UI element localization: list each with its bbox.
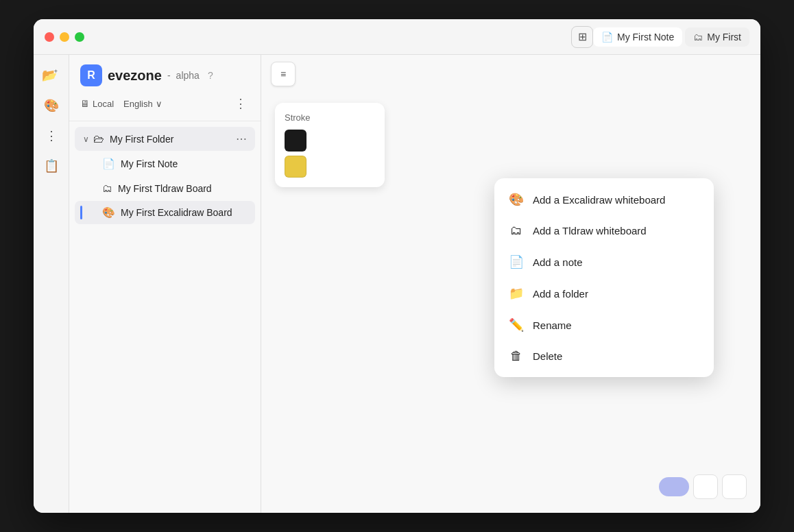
rail-add-icon[interactable]: 📂+	[39, 63, 64, 88]
bottom-toolbar	[659, 474, 747, 499]
brand-tag: alpha	[176, 70, 200, 81]
sidebar-more-button[interactable]: ⋮	[232, 93, 250, 114]
menu-item-add-tldraw[interactable]: 🗂 Add a Tldraw whiteboard	[494, 215, 714, 246]
folder-name: My First Folder	[110, 134, 236, 145]
add-note-icon: 📄	[508, 254, 525, 269]
delete-label: Delete	[533, 350, 562, 362]
folder-chevron-icon: ∨	[83, 134, 89, 144]
add-excalidraw-icon: 🎨	[508, 192, 525, 207]
tldraw-label: My First Tldraw Board	[118, 183, 212, 194]
add-tldraw-icon: 🗂	[508, 223, 525, 238]
menu-item-add-excalidraw[interactable]: 🎨 Add a Excalidraw whiteboard	[494, 184, 714, 215]
note-tab-label: My First Note	[617, 32, 674, 43]
rail-template-icon[interactable]: 📋	[39, 154, 64, 178]
excalidraw-label: My First Excalidraw Board	[121, 207, 232, 218]
maximize-button[interactable]	[75, 32, 84, 42]
help-icon[interactable]: ?	[208, 70, 213, 81]
stroke-color-yellow[interactable]	[285, 156, 306, 178]
brand-logo-letter: R	[87, 69, 95, 82]
right-panel-header: ≡	[261, 55, 760, 93]
stroke-panel: Stroke	[275, 103, 385, 187]
sidebar-tree: ∨ 🗁 My First Folder ⋯ 📄 My First Note 🗂 …	[69, 121, 261, 513]
sidebar-controls: 🖥 Local English ∨ ⋮	[80, 93, 250, 114]
brand-name-text: evezone	[108, 68, 162, 83]
language-chevron: ∨	[156, 99, 163, 109]
app-window: ⊞ 📄 My First Note 🗂 My First 📂+ 🎨 ⋮ 📋	[34, 19, 760, 513]
rail-palette-icon[interactable]: 🎨	[39, 93, 64, 118]
board-tab-label: My First	[707, 32, 741, 43]
right-panel: ≡ Stroke 🎨 Add a Exca	[261, 55, 760, 513]
minimize-button[interactable]	[60, 32, 69, 42]
folder-icon: 🗁	[93, 133, 104, 145]
excalidraw-icon: 🎨	[102, 206, 115, 219]
stroke-color-row-2	[285, 156, 375, 178]
menu-item-delete[interactable]: 🗑 Delete	[494, 341, 714, 372]
tab-note[interactable]: 📄 My First Note	[593, 27, 682, 47]
toolbar-btn-1[interactable]	[693, 474, 718, 499]
stroke-label: Stroke	[285, 112, 375, 123]
add-folder-icon: 📁	[508, 286, 525, 301]
folder-item[interactable]: ∨ 🗁 My First Folder ⋯	[75, 127, 255, 151]
hamburger-icon: ≡	[280, 69, 286, 80]
more-dots-icon: ⋮	[234, 97, 247, 110]
language-selector[interactable]: English ∨	[119, 97, 167, 110]
sidebar-toggle-icon: ⊞	[578, 30, 587, 43]
tree-item-excalidraw[interactable]: 🎨 My First Excalidraw Board	[75, 201, 255, 224]
tldraw-icon: 🗂	[102, 182, 112, 194]
titlebar: ⊞ 📄 My First Note 🗂 My First	[34, 19, 760, 55]
stroke-color-row-1	[285, 130, 375, 152]
hamburger-button[interactable]: ≡	[271, 62, 296, 86]
add-excalidraw-label: Add a Excalidraw whiteboard	[533, 194, 665, 206]
menu-item-rename[interactable]: ✏️ Rename	[494, 309, 714, 341]
menu-item-add-folder[interactable]: 📁 Add a folder	[494, 278, 714, 309]
close-button[interactable]	[45, 32, 54, 42]
rail-dots-icon[interactable]: ⋮	[39, 123, 64, 148]
sidebar-header: R evezone - alpha ? 🖥 Local English	[69, 55, 261, 121]
icon-rail: 📂+ 🎨 ⋮ 📋	[34, 55, 69, 513]
add-folder-label: Add a folder	[533, 288, 588, 300]
board-tab-icon: 🗂	[693, 32, 703, 43]
delete-icon: 🗑	[508, 349, 525, 363]
add-note-label: Add a note	[533, 256, 583, 268]
main-content: 📂+ 🎨 ⋮ 📋 R evezone - alpha ?	[34, 55, 760, 513]
stroke-color-black[interactable]	[285, 130, 306, 152]
tab-board[interactable]: 🗂 My First	[685, 27, 749, 47]
brand-separator: -	[167, 70, 171, 81]
toolbar-btn-2[interactable]	[722, 474, 747, 499]
local-badge: 🖥 Local	[80, 98, 114, 109]
context-menu: 🎨 Add a Excalidraw whiteboard 🗂 Add a Tl…	[494, 178, 714, 377]
note-tab-icon: 📄	[601, 32, 613, 43]
add-tldraw-label: Add a Tldraw whiteboard	[533, 225, 647, 237]
toolbar-ellipse	[659, 477, 689, 496]
note-icon: 📄	[102, 158, 115, 170]
traffic-lights	[45, 32, 84, 42]
note-label: My First Note	[121, 158, 178, 169]
tab-bar: 📄 My First Note 🗂 My First	[593, 27, 749, 47]
local-icon: 🖥	[80, 98, 90, 109]
language-label: English	[123, 99, 153, 109]
rename-label: Rename	[533, 319, 572, 331]
app-brand: R evezone - alpha ?	[80, 64, 250, 86]
stroke-colors	[285, 130, 375, 178]
sidebar: R evezone - alpha ? 🖥 Local English	[69, 55, 261, 513]
sidebar-toggle-button[interactable]: ⊞	[571, 26, 593, 48]
rename-icon: ✏️	[508, 317, 525, 332]
local-label: Local	[93, 99, 114, 109]
brand-logo: R	[80, 64, 102, 86]
folder-dots-button[interactable]: ⋯	[236, 132, 247, 145]
tree-item-tldraw[interactable]: 🗂 My First Tldraw Board	[75, 177, 255, 200]
brand-name: evezone	[108, 68, 162, 84]
menu-item-add-note[interactable]: 📄 Add a note	[494, 246, 714, 278]
tree-item-note[interactable]: 📄 My First Note	[75, 152, 255, 176]
